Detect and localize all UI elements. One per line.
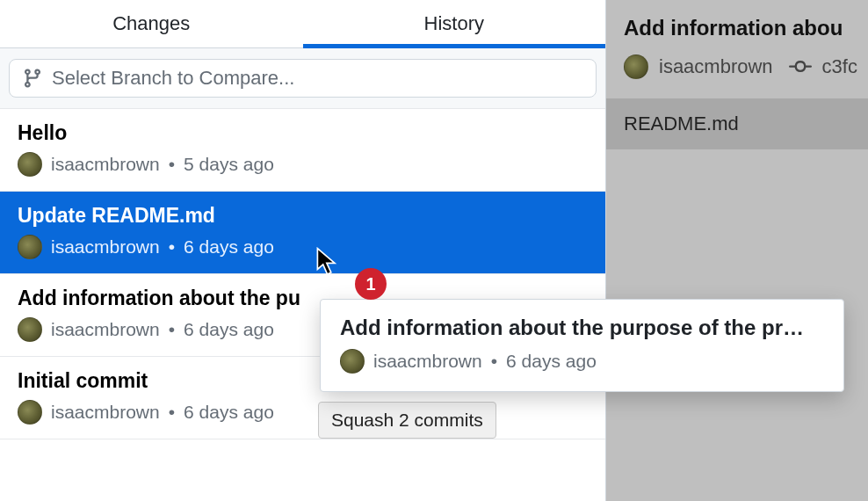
drag-preview-card: Add information about the purpose of the… (320, 299, 844, 392)
drag-card-meta: isaacmbrown • 6 days ago (340, 349, 824, 374)
commit-time: 6 days ago (184, 236, 274, 258)
avatar (624, 54, 648, 79)
avatar (18, 400, 42, 425)
commit-item-selected[interactable]: Update README.md isaacmbrown • 6 days ag… (0, 192, 605, 274)
avatar (340, 349, 365, 374)
commit-author: isaacmbrown (51, 236, 160, 258)
git-branch-icon (22, 68, 43, 89)
commit-author: isaacmbrown (51, 154, 160, 175)
tab-changes[interactable]: Changes (0, 0, 303, 48)
avatar (18, 152, 42, 177)
commit-detail-header: Add information abou isaacmbrown c3fc (606, 0, 868, 79)
commit-detail-title: Add information abou (624, 16, 850, 40)
drag-card-time: 6 days ago (506, 351, 597, 372)
drag-card-author: isaacmbrown (373, 351, 482, 372)
left-panel: Changes History Select Branch to Compare… (0, 0, 606, 501)
commit-detail-author: isaacmbrown (659, 55, 773, 78)
tab-changes-label: Changes (112, 12, 190, 35)
commit-meta: isaacmbrown • 5 days ago (18, 152, 588, 177)
commit-meta: isaacmbrown • 6 days ago (18, 235, 588, 259)
dot-separator: • (169, 236, 175, 258)
commit-time: 6 days ago (184, 402, 274, 423)
commit-detail-sha: c3fc (822, 55, 857, 78)
branch-compare-placeholder: Select Branch to Compare... (52, 67, 294, 90)
drag-count-value: 1 (365, 274, 375, 294)
right-panel: Add information abou isaacmbrown c3fc RE… (606, 0, 868, 501)
changed-file-name: README.md (624, 113, 739, 134)
commit-detail-meta: isaacmbrown c3fc (624, 54, 850, 79)
commit-meta: isaacmbrown • 6 days ago (18, 400, 588, 425)
drag-card-title: Add information about the purpose of the… (340, 316, 824, 340)
tabs: Changes History (0, 0, 605, 48)
squash-tooltip-text: Squash 2 commits (331, 410, 483, 430)
avatar (18, 235, 42, 259)
squash-tooltip: Squash 2 commits (318, 402, 496, 439)
cursor-icon (316, 247, 341, 277)
branch-compare-container: Select Branch to Compare... (0, 48, 605, 109)
git-commit-icon (789, 55, 812, 78)
drag-count-badge: 1 (355, 268, 387, 300)
dot-separator: • (169, 402, 175, 423)
commit-title: Update README.md (18, 204, 588, 228)
dot-separator: • (169, 154, 175, 175)
avatar (18, 317, 42, 342)
commit-item[interactable]: Hello isaacmbrown • 5 days ago (0, 109, 605, 192)
dot-separator: • (491, 351, 497, 372)
commit-author: isaacmbrown (51, 319, 160, 340)
commit-author: isaacmbrown (51, 402, 160, 423)
commit-time: 5 days ago (184, 154, 274, 175)
commit-time: 6 days ago (184, 319, 274, 340)
changed-file-row[interactable]: README.md (606, 98, 868, 149)
tab-history-label: History (424, 12, 484, 35)
dot-separator: • (169, 319, 175, 340)
app-root: Changes History Select Branch to Compare… (0, 0, 868, 501)
commit-title: Hello (18, 121, 588, 145)
tab-history[interactable]: History (303, 0, 606, 48)
branch-compare-select[interactable]: Select Branch to Compare... (9, 59, 597, 98)
